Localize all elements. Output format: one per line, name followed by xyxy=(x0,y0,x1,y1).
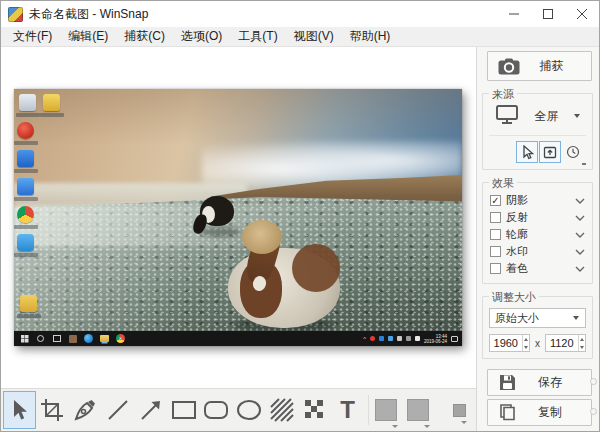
source-group: 来源 全屏 xyxy=(482,93,593,170)
taskbar-clock: 13:44 2019-06-24 xyxy=(424,334,447,344)
line-tool[interactable] xyxy=(101,391,134,429)
arrow-tool[interactable] xyxy=(134,391,167,429)
spin-up-icon[interactable] xyxy=(579,335,585,343)
resize-mode-dropdown[interactable]: 原始大小 xyxy=(489,308,586,328)
spin-down-icon[interactable] xyxy=(579,343,585,351)
tray-gray-icon-2 xyxy=(406,336,411,341)
edge-handle-dot xyxy=(590,408,597,415)
source-selector[interactable]: 全屏 xyxy=(489,103,586,129)
dimension-separator: x xyxy=(535,338,540,349)
effects-group-label: 效果 xyxy=(489,176,517,191)
resize-group: 调整大小 原始大小 x xyxy=(482,296,593,359)
tray-ime-icon xyxy=(415,336,420,341)
winsnap-window: 未命名截图 - WinSnap 文件(F) 编辑(E) 捕获(C) 选项(O) … xyxy=(0,0,600,432)
copy-button[interactable]: 复制 xyxy=(487,399,592,426)
pen-tool[interactable] xyxy=(69,391,102,429)
spin-up-icon[interactable] xyxy=(523,335,529,343)
menu-options[interactable]: 选项(O) xyxy=(173,26,230,47)
chevron-down-icon xyxy=(461,421,467,424)
effect-row-watermark[interactable]: 水印 xyxy=(489,243,586,260)
capture-button[interactable]: 捕获 xyxy=(487,51,592,81)
source-mode-toggles xyxy=(489,135,586,163)
rectangle-tool[interactable] xyxy=(167,391,200,429)
store-icon xyxy=(69,335,77,343)
resize-group-label: 调整大小 xyxy=(489,290,539,305)
desktop-icon-twitter xyxy=(17,234,34,251)
chevron-down-icon[interactable] xyxy=(575,198,585,204)
width-input[interactable] xyxy=(490,335,522,351)
desktop-icon-label xyxy=(17,314,41,318)
chevron-down-icon[interactable] xyxy=(575,232,585,238)
window-mode-toggle[interactable] xyxy=(539,141,561,163)
menu-capture[interactable]: 捕获(C) xyxy=(116,26,173,47)
effect-row-outline[interactable]: 轮廓 xyxy=(489,226,586,243)
checkbox-unchecked[interactable] xyxy=(490,212,501,223)
rounded-rectangle-tool[interactable] xyxy=(200,391,233,429)
ellipse-tool[interactable] xyxy=(233,391,266,429)
chrome-icon xyxy=(116,334,125,343)
copy-icon xyxy=(498,403,517,422)
tray-caret-icon: ^ xyxy=(363,336,366,342)
tray-gray-icon xyxy=(397,336,402,341)
effect-row-tint[interactable]: 着色 xyxy=(489,260,586,277)
chevron-down-icon[interactable] xyxy=(575,266,585,272)
menu-file[interactable]: 文件(F) xyxy=(5,26,60,47)
tray-blue-icon xyxy=(379,336,384,341)
desktop-icon-chrome xyxy=(17,206,34,223)
desktop-icon-winsnap xyxy=(43,94,60,111)
source-group-label: 来源 xyxy=(489,87,517,102)
task-view-icon xyxy=(53,335,61,342)
checkbox-unchecked[interactable] xyxy=(490,263,501,274)
fill-color-swatch[interactable] xyxy=(375,399,397,421)
checkbox-unchecked[interactable] xyxy=(490,246,501,257)
text-tool[interactable]: T xyxy=(331,391,364,429)
menu-help[interactable]: 帮助(H) xyxy=(342,26,399,47)
close-button[interactable] xyxy=(565,1,599,27)
spin-down-icon[interactable] xyxy=(523,343,529,351)
menu-view[interactable]: 视图(V) xyxy=(286,26,342,47)
desktop-icon-label xyxy=(40,113,64,117)
effect-row-reflection[interactable]: 反射 xyxy=(489,209,586,226)
checkbox-unchecked[interactable] xyxy=(490,229,501,240)
editor-canvas[interactable]: ^ 13:44 2019-06-24 xyxy=(1,47,476,388)
window-title: 未命名截图 - WinSnap xyxy=(29,6,148,23)
timer-mode-toggle[interactable] xyxy=(562,141,584,163)
stroke-width-swatch[interactable] xyxy=(439,404,466,417)
monitor-icon xyxy=(495,104,519,128)
mosaic-tool[interactable] xyxy=(298,391,331,429)
copy-label: 复制 xyxy=(517,404,583,421)
save-button[interactable]: 保存 xyxy=(487,369,592,396)
screenshot-preview[interactable]: ^ 13:44 2019-06-24 xyxy=(14,89,462,346)
height-spinner[interactable] xyxy=(545,334,586,352)
effects-group: 效果 ✓ 阴影 反射 轮廓 水印 xyxy=(482,182,593,284)
tray-red-icon xyxy=(370,336,375,341)
desktop-wallpaper: ^ 13:44 2019-06-24 xyxy=(14,89,462,346)
menu-tools[interactable]: 工具(T) xyxy=(230,26,285,47)
chevron-down-icon xyxy=(424,425,430,428)
chevron-down-icon[interactable] xyxy=(575,215,585,221)
app-icon xyxy=(8,7,23,22)
effect-row-shadow[interactable]: ✓ 阴影 xyxy=(489,192,586,209)
save-icon xyxy=(498,373,517,392)
tray-blue-icon-2 xyxy=(388,336,393,341)
width-spinner[interactable] xyxy=(489,334,530,352)
desktop-icon-label xyxy=(16,113,40,117)
desktop-icon-recycle-bin xyxy=(19,94,36,111)
crop-tool[interactable] xyxy=(36,391,69,429)
select-tool[interactable] xyxy=(3,391,36,429)
minimize-button[interactable] xyxy=(497,1,531,27)
desktop-icon-blue-tool-app xyxy=(17,178,34,195)
desktop-icon-label xyxy=(14,253,38,257)
checkbox-checked[interactable]: ✓ xyxy=(490,195,501,206)
height-input[interactable] xyxy=(546,335,578,351)
stroke-color-swatch[interactable] xyxy=(407,399,429,421)
chevron-down-icon xyxy=(573,316,579,320)
chevron-down-icon[interactable] xyxy=(575,249,585,255)
maximize-button[interactable] xyxy=(531,1,565,27)
hatch-tool[interactable] xyxy=(266,391,299,429)
cursor-mode-toggle[interactable] xyxy=(516,141,538,163)
menu-edit[interactable]: 编辑(E) xyxy=(60,26,116,47)
title-bar[interactable]: 未命名截图 - WinSnap xyxy=(1,1,599,27)
menu-bar: 文件(F) 编辑(E) 捕获(C) 选项(O) 工具(T) 视图(V) 帮助(H… xyxy=(1,27,599,47)
desktop-icon-label xyxy=(14,141,38,145)
